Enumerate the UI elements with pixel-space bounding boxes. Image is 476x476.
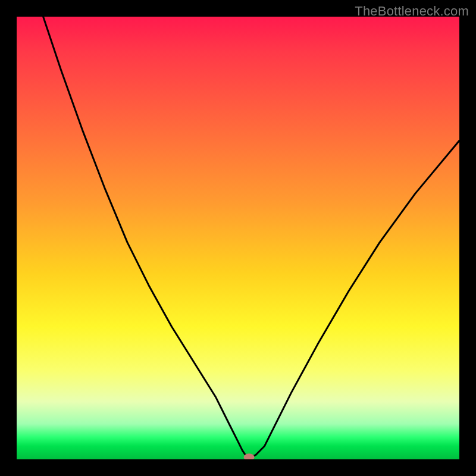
bottleneck-curve-path (43, 17, 459, 457)
watermark-text: TheBottleneck.com (355, 4, 469, 19)
curve-svg (17, 17, 459, 459)
chart-frame: TheBottleneck.com (0, 0, 476, 476)
plot-area (17, 17, 459, 459)
